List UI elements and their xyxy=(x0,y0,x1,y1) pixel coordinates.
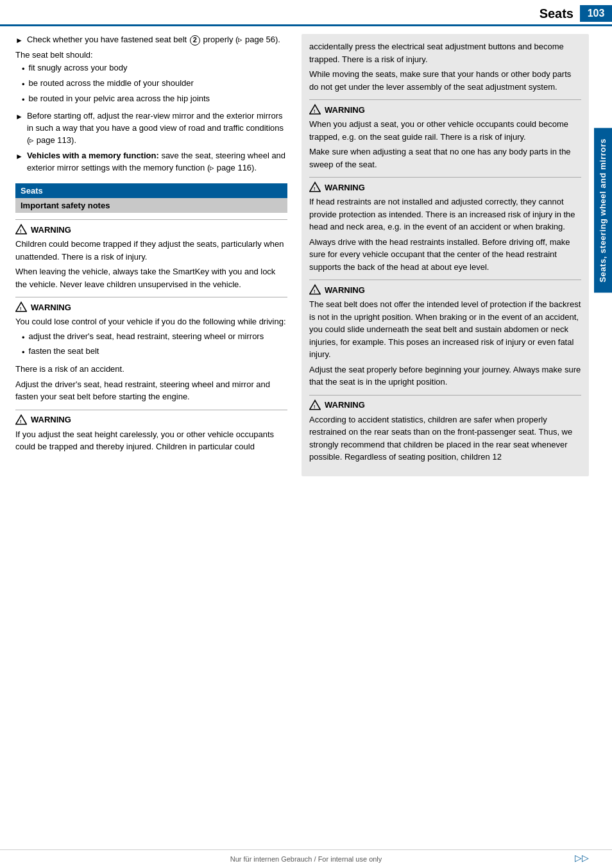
footer-text: Nur für internen Gebrauch / For internal… xyxy=(230,855,382,863)
warning-label-2: WARNING xyxy=(31,303,71,312)
svg-text:!: ! xyxy=(314,403,316,409)
dot-icon-3: • xyxy=(22,94,25,106)
arrow-item-seatbelt: ► Check whether you have fastened seat b… xyxy=(15,34,287,46)
warning-2-dot-list: • adjust the driver's seat, head restrai… xyxy=(22,331,287,360)
right-warning-box-4: ! WARNING According to accident statisti… xyxy=(309,395,581,463)
dot-item-1: • fit snugly across your body xyxy=(22,62,287,76)
warning-triangle-icon-2: ! xyxy=(15,301,27,313)
arrow-icon: ► xyxy=(15,35,23,46)
section-header-seats: Seats xyxy=(15,183,287,198)
right-warning-para-3a: The seat belt does not offer the intende… xyxy=(309,298,581,361)
right-warning-title-2: ! WARNING xyxy=(309,181,581,193)
right-warning-box-1: ! WARNING When you adjust a seat, you or… xyxy=(309,99,581,171)
side-tab: Seats, steering wheel and mirrors xyxy=(594,128,612,293)
right-warning-para-1b: Make sure when adjusting a seat that no … xyxy=(309,146,581,171)
dot-icon-1: • xyxy=(22,63,25,76)
dot-text-w2-2: fasten the seat belt xyxy=(29,346,99,359)
right-warning-box-2: ! WARNING If head restraints are not ins… xyxy=(309,177,581,273)
sub-section-header: Important safety notes xyxy=(15,198,287,213)
right-column: accidentally press the electrical seat a… xyxy=(302,34,589,476)
right-warning-para-2a: If head restraints are not installed and… xyxy=(309,196,581,233)
main-content: ► Check whether you have fastened seat b… xyxy=(0,26,612,484)
dot-text-1: fit snugly across your body xyxy=(29,62,128,76)
warning-para-2a: You could lose control of your vehicle i… xyxy=(15,315,287,328)
right-warning-para-3b: Adjust the seat properly before beginnin… xyxy=(309,363,581,388)
warning-para-1a: Children could become trapped if they ad… xyxy=(15,238,287,263)
right-warning-para-4a: According to accident statistics, childr… xyxy=(309,413,581,463)
svg-text:!: ! xyxy=(314,288,316,294)
right-intro-1: accidentally press the electrical seat a… xyxy=(309,40,581,65)
page-header: Seats 103 xyxy=(0,0,612,26)
dot-item-3: • be routed in your pelvic area across t… xyxy=(22,93,287,106)
warning-para-2c: Adjust the driver's seat, head restraint… xyxy=(15,378,287,403)
svg-text:!: ! xyxy=(314,186,316,192)
dot-icon-w2-1: • xyxy=(22,332,25,344)
dot-icon-w2-2: • xyxy=(22,347,25,359)
right-warning-triangle-icon-4: ! xyxy=(309,399,321,411)
right-warning-triangle-icon-1: ! xyxy=(309,104,321,115)
warning-box-2: ! WARNING You could lose control of your… xyxy=(15,297,287,403)
warning-triangle-icon-1: ! xyxy=(15,224,27,235)
right-warning-triangle-icon-3: ! xyxy=(309,284,321,296)
seat-belt-dot-list: • fit snugly across your body • be route… xyxy=(22,62,287,106)
warning-title-1: ! WARNING xyxy=(15,224,287,235)
warning-triangle-icon-3: ! xyxy=(15,414,27,426)
right-warning-label-4: WARNING xyxy=(325,400,365,410)
footer-arrow: ▷▷ xyxy=(575,853,589,863)
warning-label-1: WARNING xyxy=(31,225,71,235)
dot-item-2: • be routed across the middle of your sh… xyxy=(22,78,287,91)
warning-label-3: WARNING xyxy=(31,415,71,424)
right-warning-title-4: ! WARNING xyxy=(309,399,581,411)
footer: Nur für internen Gebrauch / For internal… xyxy=(0,849,612,868)
dot-text-3: be routed in your pelvic area across the… xyxy=(29,93,210,106)
warning-title-3: ! WARNING xyxy=(15,414,287,426)
right-warning-title-3: ! WARNING xyxy=(309,284,581,296)
arrow-text-seatbelt: Check whether you have fastened seat bel… xyxy=(27,34,287,46)
warning-para-1b: When leaving the vehicle, always take th… xyxy=(15,265,287,290)
warning-para-3a: If you adjust the seat height carelessly… xyxy=(15,428,287,453)
svg-text:!: ! xyxy=(314,108,316,114)
arrow-text-memory: Vehicles with a memory function: save th… xyxy=(27,150,287,174)
svg-text:!: ! xyxy=(20,418,22,424)
right-warning-triangle-icon-2: ! xyxy=(309,181,321,193)
dot-icon-2: • xyxy=(22,79,25,91)
svg-text:!: ! xyxy=(20,228,22,234)
right-warning-para-1a: When you adjust a seat, you or other veh… xyxy=(309,118,581,143)
arrow-text-mirrors: Before starting off, adjust the rear-vie… xyxy=(27,110,287,147)
header-title: Seats xyxy=(540,6,574,21)
warning-para-2b: There is a risk of an accident. xyxy=(15,363,287,376)
right-intro-2: While moving the seats, make sure that y… xyxy=(309,68,581,93)
arrow-item-mirrors: ► Before starting off, adjust the rear-v… xyxy=(15,110,287,147)
dot-item-w2-2: • fasten the seat belt xyxy=(22,346,287,359)
warning-box-3: ! WARNING If you adjust the seat height … xyxy=(15,410,287,453)
right-warning-box-3: ! WARNING The seat belt does not offer t… xyxy=(309,280,581,388)
left-column: ► Check whether you have fastened seat b… xyxy=(15,34,290,476)
dot-text-2: be routed across the middle of your shou… xyxy=(29,78,194,91)
warning-title-2: ! WARNING xyxy=(15,301,287,313)
svg-text:!: ! xyxy=(20,306,22,312)
seat-belt-should-label: The seat belt should: xyxy=(15,50,287,60)
arrow-icon-2: ► xyxy=(15,112,23,147)
right-warning-label-2: WARNING xyxy=(325,183,365,192)
page-number: 103 xyxy=(580,5,612,22)
dot-text-w2-1: adjust the driver's seat, head restraint… xyxy=(29,331,264,344)
right-warning-title-1: ! WARNING xyxy=(309,104,581,115)
right-warning-label-1: WARNING xyxy=(325,105,365,115)
circle-num-2: 2 xyxy=(190,35,200,46)
arrow-item-memory: ► Vehicles with a memory function: save … xyxy=(15,150,287,174)
arrow-icon-3: ► xyxy=(15,151,23,174)
warning-box-1: ! WARNING Children could become trapped … xyxy=(15,219,287,290)
right-warning-para-2b: Always drive with the head restraints in… xyxy=(309,236,581,274)
right-warning-label-3: WARNING xyxy=(325,285,365,295)
dot-item-w2-1: • adjust the driver's seat, head restrai… xyxy=(22,331,287,344)
